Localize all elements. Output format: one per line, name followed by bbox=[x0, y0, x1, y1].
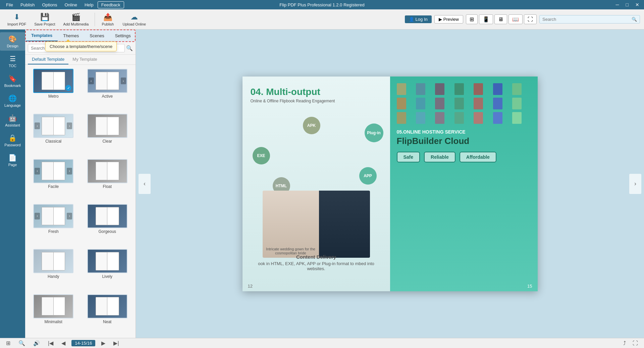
add-multimedia-button[interactable]: 🎬 Add Multimedia bbox=[60, 11, 92, 28]
content-delivery-title: Content Delivery bbox=[249, 254, 383, 260]
prev-next-btns-facile: ‹ › bbox=[34, 168, 73, 175]
feedback-button[interactable]: Feedback bbox=[98, 1, 124, 8]
tooltip-arrow bbox=[66, 39, 70, 42]
close-button[interactable]: ✕ bbox=[633, 2, 641, 7]
fullscreen-bottom-button[interactable]: ⛶ bbox=[631, 340, 640, 347]
template-gorgeous-preview bbox=[88, 205, 127, 228]
tab-themes[interactable]: Themes bbox=[58, 30, 84, 41]
mini-book bbox=[397, 83, 406, 95]
menu-publish[interactable]: Publish bbox=[17, 2, 38, 8]
prev-next-btns: ‹ › bbox=[88, 78, 127, 84]
template-fresh[interactable]: ‹ › Fresh bbox=[28, 203, 79, 245]
mini-book bbox=[474, 98, 483, 109]
menu-file[interactable]: File bbox=[3, 2, 16, 8]
template-lively[interactable]: Lively bbox=[82, 248, 133, 290]
nav-prev-button[interactable]: ‹ bbox=[139, 174, 151, 194]
template-fresh-label: Fresh bbox=[48, 229, 59, 234]
prev-btn-classical[interactable]: ‹ bbox=[35, 122, 40, 129]
sub-tab-default[interactable]: Default Template bbox=[28, 55, 68, 64]
password-icon: 🔒 bbox=[8, 134, 17, 142]
mini-book bbox=[474, 112, 483, 124]
maximize-button[interactable]: □ bbox=[624, 2, 631, 7]
tab-templates[interactable]: Templates bbox=[26, 30, 58, 41]
template-metro[interactable]: ✓ Metro bbox=[28, 67, 79, 110]
view-book-button[interactable]: 📖 bbox=[508, 14, 523, 24]
template-handy-label: Handy bbox=[48, 274, 59, 279]
search-bar[interactable]: 🔍 bbox=[539, 15, 640, 23]
view-wide-button[interactable]: 🖥 bbox=[494, 14, 507, 24]
template-handy-preview bbox=[34, 250, 73, 272]
preview-button[interactable]: ▶ Preview bbox=[434, 15, 463, 23]
menu-options[interactable]: Options bbox=[39, 2, 61, 8]
sidebar-item-toc[interactable]: ☰ TOC bbox=[0, 52, 25, 70]
template-grid: ✓ Metro ‹ › Active bbox=[25, 65, 136, 338]
view-single-button[interactable]: ⊞ bbox=[466, 14, 478, 24]
panel-sub-tabs: Default Template My Template bbox=[25, 55, 136, 65]
template-classical-label: Classical bbox=[45, 139, 61, 144]
next-btn-fresh[interactable]: › bbox=[67, 213, 72, 219]
template-clear[interactable]: Clear bbox=[82, 112, 133, 155]
template-gorgeous[interactable]: Gorgeous bbox=[82, 203, 133, 245]
sidebar-label-design: Design bbox=[7, 44, 18, 48]
view-tablet-button[interactable]: 📱 bbox=[479, 14, 493, 24]
template-float[interactable]: Float bbox=[82, 158, 133, 200]
template-handy-thumb bbox=[33, 249, 73, 273]
tab-scenes[interactable]: Scenes bbox=[84, 30, 109, 41]
sidebar-label-page: Page bbox=[8, 163, 17, 167]
mini-books-grid-2 bbox=[397, 98, 531, 109]
first-page-button[interactable]: |◀ bbox=[46, 339, 55, 347]
prev-page-button[interactable]: ◀ bbox=[59, 339, 67, 347]
next-btn-classical[interactable]: › bbox=[67, 122, 72, 129]
zoom-in-button[interactable]: 🔍 bbox=[16, 339, 27, 347]
template-facile[interactable]: ‹ › Facile bbox=[28, 158, 79, 200]
menu-online[interactable]: Online bbox=[61, 2, 80, 8]
prev-btn-facile[interactable]: ‹ bbox=[35, 168, 40, 175]
template-minimalist[interactable]: Minimalist bbox=[28, 293, 79, 335]
badge-exe: EXE bbox=[253, 147, 270, 164]
tab-settings[interactable]: Settings bbox=[110, 30, 136, 41]
template-active-thumb: ‹ › bbox=[87, 69, 127, 93]
mini-book bbox=[454, 83, 464, 95]
minimize-button[interactable]: ─ bbox=[614, 2, 621, 7]
template-lively-preview bbox=[88, 250, 127, 272]
right-page-content: 05.ONLINE HOSTING SERVICE FlipBuilder Cl… bbox=[390, 77, 538, 169]
share-button[interactable]: ⤴ bbox=[621, 340, 628, 347]
template-active[interactable]: ‹ › Active bbox=[82, 67, 133, 110]
mini-book bbox=[512, 112, 522, 124]
sub-tab-my[interactable]: My Template bbox=[68, 55, 101, 64]
view-fullscreen-button[interactable]: ⛶ bbox=[524, 14, 537, 24]
publish-button[interactable]: 📤 Publish bbox=[98, 11, 118, 28]
import-pdf-button[interactable]: ⬇ Import PDF bbox=[4, 11, 30, 28]
sidebar-item-bookmark[interactable]: 🔖 Bookmark bbox=[0, 72, 25, 90]
search-input[interactable] bbox=[542, 17, 630, 22]
sidebar-item-page[interactable]: 📄 Page bbox=[0, 151, 25, 169]
mini-book bbox=[474, 83, 483, 95]
template-minimalist-label: Minimalist bbox=[45, 319, 62, 324]
prev-btn[interactable]: ‹ bbox=[89, 78, 94, 84]
prev-btn-fresh[interactable]: ‹ bbox=[35, 213, 40, 219]
sidebar-label-language: Language bbox=[4, 103, 21, 107]
sidebar: 🎨 Design ☰ TOC 🔖 Bookmark 🌐 Language 🤖 A… bbox=[0, 30, 25, 338]
upload-online-button[interactable]: ☁ Upload Online bbox=[119, 11, 149, 28]
grid-view-button[interactable]: ⊞ bbox=[4, 339, 12, 347]
nav-next-button[interactable]: › bbox=[629, 174, 641, 194]
sidebar-item-design[interactable]: 🎨 Design bbox=[0, 32, 25, 51]
template-classical[interactable]: ‹ › Classical bbox=[28, 112, 79, 155]
mini-book bbox=[493, 98, 502, 109]
login-button[interactable]: 👤 Log In bbox=[405, 15, 432, 23]
next-btn-facile[interactable]: › bbox=[67, 168, 72, 175]
next-btn[interactable]: › bbox=[121, 78, 126, 84]
save-project-button[interactable]: 💾 Save Project bbox=[31, 11, 58, 28]
sound-button[interactable]: 🔊 bbox=[31, 339, 42, 347]
panel-tabs-container: Templates Themes Scenes Settings Choose … bbox=[25, 30, 136, 42]
sidebar-item-assistant[interactable]: 🤖 Assistant bbox=[0, 111, 25, 130]
next-page-button[interactable]: ▶ bbox=[99, 339, 107, 347]
menu-help[interactable]: Help bbox=[81, 2, 97, 8]
template-facile-thumb: ‹ › bbox=[33, 159, 73, 183]
template-handy[interactable]: Handy bbox=[28, 248, 79, 290]
last-page-button[interactable]: ▶| bbox=[111, 339, 121, 347]
sidebar-item-language[interactable]: 🌐 Language bbox=[0, 92, 25, 110]
template-neat[interactable]: Neat bbox=[82, 293, 133, 335]
bookmark-icon: 🔖 bbox=[8, 74, 17, 83]
sidebar-item-password[interactable]: 🔒 Password bbox=[0, 131, 25, 150]
